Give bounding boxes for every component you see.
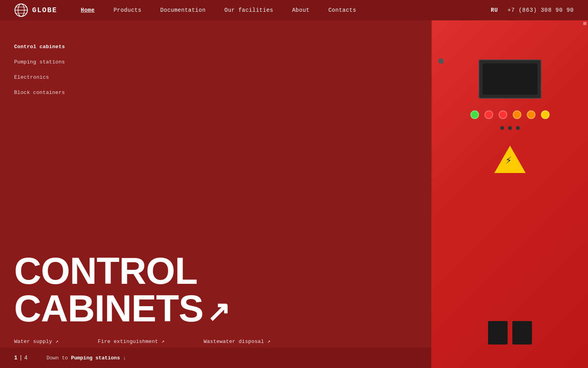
cabinet-screen	[479, 60, 541, 99]
indicator-3	[516, 126, 520, 130]
cabinet-device-2	[512, 321, 532, 345]
sidebar-item-electronics[interactable]: Electronics	[14, 70, 65, 85]
current-page: 1	[14, 355, 18, 361]
down-to-nav[interactable]: Down to Pumping stations ↓	[47, 355, 126, 361]
indicator-row	[500, 126, 520, 130]
main-nav: Home Products Documentation Our faciliti…	[81, 7, 491, 13]
cabinet-bottom-devices	[488, 321, 532, 345]
site-header: GLOBE Home Products Documentation Our fa…	[0, 0, 588, 20]
cabinet-panel: ⚡	[432, 20, 588, 368]
cabinet-button-row	[470, 110, 550, 119]
cabinet-btn-red	[485, 110, 493, 119]
subcat-wastewater-disposal[interactable]: Wastewater disposal ↗	[204, 338, 270, 345]
logo-text: GLOBE	[32, 6, 57, 14]
hero-section: CONTROL CABINETS↗ Water supply ↗ Fire ex…	[14, 252, 270, 345]
hero-title[interactable]: CONTROL CABINETS↗	[14, 252, 270, 327]
hero-title-line2: CABINETS	[14, 287, 203, 329]
cabinet-warning-sign: ⚡	[494, 146, 526, 173]
language-switcher[interactable]: RU	[491, 7, 498, 13]
header-right: RU +7 (863) 308 90 90	[491, 7, 574, 13]
phone-number: +7 (863) 308 90 90	[508, 7, 574, 13]
down-to-prefix: Down to	[47, 355, 68, 361]
indicator-2	[508, 126, 512, 130]
hero-arrow-icon: ↗	[207, 298, 230, 326]
cabinet-btn-yellow	[541, 110, 550, 119]
down-to-link: Pumping stations	[71, 355, 120, 361]
subcat-water-supply[interactable]: Water supply ↗	[14, 338, 58, 345]
logo[interactable]: GLOBE	[14, 3, 57, 17]
cabinet-image: ⚡	[431, 20, 588, 368]
sidebar: Control cabinets Pumping stations Electr…	[14, 39, 65, 100]
hero-subcategories: Water supply ↗ Fire extinguishment ↗ Was…	[14, 338, 270, 345]
cabinet-screen-inner	[483, 63, 537, 95]
page-separator: |	[19, 355, 23, 361]
cabinet-corner-indicator	[583, 22, 586, 25]
cabinet-device-1	[488, 321, 508, 345]
sidebar-item-block-containers[interactable]: Block containers	[14, 85, 65, 100]
page-counter: 1|4	[14, 355, 28, 361]
nav-facilities[interactable]: Our facilities	[225, 7, 274, 13]
subcat-fire-extinguishment[interactable]: Fire extinguishment ↗	[98, 338, 164, 345]
cabinet-btn-green	[470, 110, 479, 119]
down-arrow-icon: ↓	[123, 355, 126, 361]
cabinet-btn-red2	[499, 110, 507, 119]
cabinet-side-button	[438, 58, 444, 64]
warning-bolt-icon: ⚡	[505, 153, 512, 167]
nav-home[interactable]: Home	[81, 7, 95, 13]
nav-products[interactable]: Products	[114, 7, 142, 13]
nav-contacts[interactable]: Contacts	[328, 7, 356, 13]
indicator-1	[500, 126, 504, 130]
warning-triangle: ⚡	[494, 146, 526, 173]
total-pages: 4	[24, 355, 28, 361]
hero-title-line1: CONTROL	[14, 250, 198, 292]
sidebar-item-control-cabinets[interactable]: Control cabinets	[14, 39, 65, 54]
nav-about[interactable]: About	[292, 7, 310, 13]
cabinet-btn-orange2	[527, 110, 535, 119]
globe-icon	[14, 3, 28, 17]
cabinet-btn-orange	[513, 110, 521, 119]
nav-documentation[interactable]: Documentation	[160, 7, 206, 13]
sidebar-item-pumping-stations[interactable]: Pumping stations	[14, 54, 65, 70]
